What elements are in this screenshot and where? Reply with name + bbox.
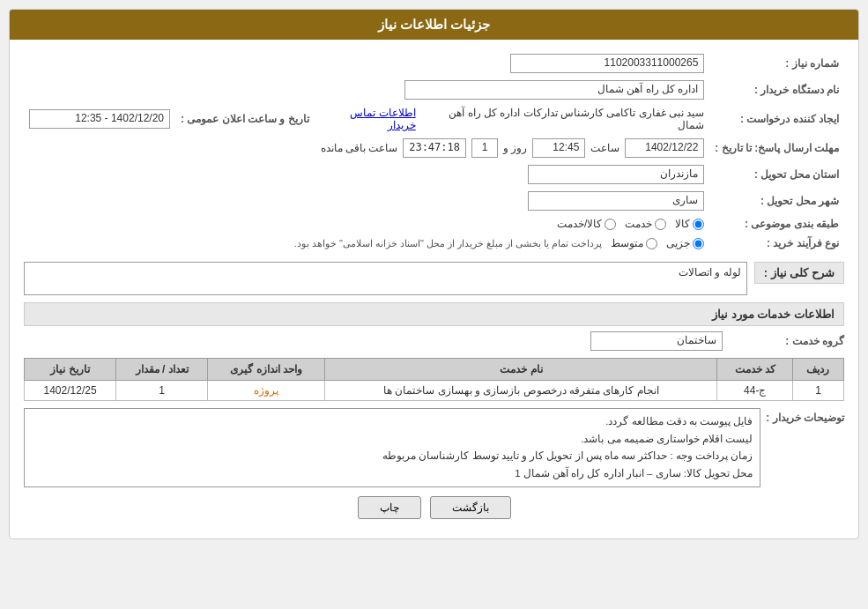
delivery-province-value: مازندران — [528, 165, 704, 184]
category-kala-khedmat-label: کالا/خدمت — [557, 218, 602, 230]
purchase-type-note: پرداخت تمام یا بخشی از مبلغ خریدار از مح… — [294, 238, 603, 249]
category-kala-khedmat-option[interactable]: کالا/خدمت — [557, 218, 616, 230]
need-desc-value: لوله و اتصالات — [24, 262, 747, 295]
purchase-type-mutavasset[interactable]: متوسط — [611, 237, 657, 249]
buyer-org-label: نام دستگاه خریدار : — [709, 77, 844, 103]
purchase-type-label: نوع فرآیند خرید : — [709, 234, 844, 253]
delivery-city-label: شهر محل تحویل : — [709, 188, 844, 214]
purchase-type-mutavasset-label: متوسط — [611, 237, 643, 249]
requester-label: ایجاد کننده درخواست : — [709, 103, 844, 135]
buyer-org-value: اداره کل راه آهن شمال — [404, 80, 704, 100]
category-kala-label: کالا — [675, 218, 690, 230]
page-title: جزئیات اطلاعات نیاز — [10, 10, 858, 40]
col-date: تاریخ نیاز — [25, 359, 116, 381]
services-section-label: اطلاعات خدمات مورد نیاز — [24, 302, 844, 326]
col-qty: تعداد / مقدار — [116, 359, 208, 381]
print-button[interactable]: چاپ — [358, 496, 421, 519]
col-code: کد خدمت — [717, 359, 793, 381]
cell-qty: 1 — [116, 381, 208, 401]
cell-rownum: 1 — [792, 381, 843, 401]
deadline-clock: 23:47:18 — [403, 138, 466, 158]
cell-name: انجام کارهای متفرقه درخصوص بازسازی و بهس… — [325, 381, 717, 401]
cell-unit: پروژه — [208, 381, 325, 401]
category-kala-option[interactable]: کالا — [675, 218, 704, 230]
need-number-label: شماره نیاز : — [709, 50, 844, 77]
requester-contact-link[interactable]: اطلاعات تماس خریدار — [320, 107, 416, 131]
cell-date: 1402/12/25 — [25, 381, 116, 401]
col-rownum: ردیف — [792, 359, 843, 381]
delivery-province-label: استان محل تحویل : — [709, 161, 844, 188]
deadline-time: 12:45 — [532, 138, 585, 158]
time-label: ساعت — [590, 142, 619, 154]
announce-date-label: تاریخ و ساعت اعلان عمومی : — [175, 103, 315, 135]
days-label: روز و — [503, 142, 527, 154]
remaining-label: ساعت باقی مانده — [321, 142, 398, 154]
notes-label: توضیحات خریدار : — [766, 408, 844, 424]
deadline-date: 1402/12/22 — [625, 138, 704, 158]
cell-code: ج-44 — [717, 381, 793, 401]
category-label: طبقه بندی موضوعی : — [709, 214, 844, 234]
category-khedmat-option[interactable]: خدمت — [625, 218, 666, 230]
table-row: 1 ج-44 انجام کارهای متفرقه درخصوص بازساز… — [25, 381, 844, 401]
back-button[interactable]: بازگشت — [430, 496, 511, 519]
deadline-days: 1 — [471, 138, 498, 158]
category-khedmat-label: خدمت — [625, 218, 652, 230]
need-number-value: 1102003311000265 — [510, 54, 704, 73]
service-group-label: گروه خدمت : — [730, 335, 844, 347]
need-desc-label: شرح کلی نیاز : — [754, 262, 844, 284]
purchase-type-jozii-label: جزیی — [666, 237, 690, 249]
notes-content: فایل پیوست به دقت مطالعه گردد. لیست اقلا… — [24, 408, 760, 487]
service-group-value: ساختمان — [590, 331, 723, 351]
col-unit: واحد اندازه گیری — [208, 359, 325, 381]
deadline-label: مهلت ارسال پاسخ: تا تاریخ : — [709, 135, 844, 161]
requester-value: سید نبی غفاری تاکامی کارشناس تدارکات ادا… — [421, 107, 705, 131]
delivery-city-value: ساری — [528, 191, 704, 211]
col-name: نام خدمت — [325, 359, 717, 381]
announce-date-value: 1402/12/20 - 12:35 — [29, 109, 170, 129]
purchase-type-jozii[interactable]: جزیی — [666, 237, 704, 249]
